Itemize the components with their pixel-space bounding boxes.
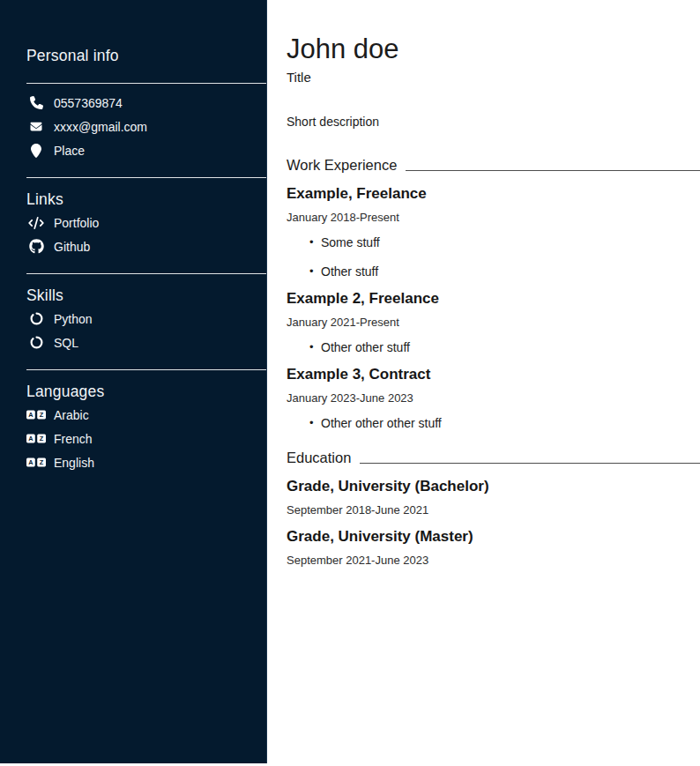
links-heading: Links [26, 190, 266, 209]
svg-text:Z: Z [40, 458, 44, 466]
work-entry: Example, Freelance January 2018-Present … [287, 185, 700, 279]
language-icon: AZ [26, 409, 46, 420]
language-icon: AZ [26, 457, 46, 468]
work-entry-title: Example, Freelance [287, 185, 700, 203]
bullet-item: Other other other stuff [309, 416, 700, 430]
work-experience-heading-label: Work Experience [287, 157, 397, 174]
phone-number: 0557369874 [54, 96, 123, 110]
svg-text:Z: Z [40, 411, 44, 419]
work-experience-heading: Work Experience [287, 157, 700, 174]
education-entry: Grade, University (Bachelor) September 2… [287, 478, 700, 517]
circle-notch-icon [26, 336, 46, 349]
education-entry-title: Grade, University (Bachelor) [287, 478, 700, 495]
link-portfolio[interactable]: Portfolio [26, 211, 266, 234]
github-link-label: Github [54, 240, 90, 254]
skill-row: Python [26, 307, 266, 331]
education-entry-date: September 2021-June 2023 [287, 554, 700, 567]
skills-section: Skills Python SQL [26, 286, 266, 354]
personal-info-heading: Personal info [26, 47, 266, 65]
language-row: AZ Arabic [26, 403, 266, 427]
divider [26, 177, 266, 178]
circle-notch-icon [26, 312, 46, 325]
phone-icon [26, 96, 46, 109]
divider [26, 273, 266, 274]
language-label: English [54, 456, 94, 470]
language-label: French [54, 432, 93, 446]
candidate-name: John doe [287, 33, 700, 65]
work-entry-title: Example 3, Contract [287, 366, 700, 383]
svg-text:A: A [28, 458, 34, 466]
language-label: Arabic [54, 408, 89, 422]
skill-label: SQL [54, 336, 78, 350]
contact-place-row: Place [26, 138, 266, 162]
languages-heading: Languages [26, 383, 266, 401]
svg-text:A: A [28, 411, 34, 419]
bullet-item: Some stuff [309, 235, 700, 249]
link-github[interactable]: Github [26, 234, 266, 258]
links-section: Links Portfolio Github [26, 190, 266, 258]
work-entry-title: Example 2, Freelance [287, 290, 700, 308]
heading-rule [360, 463, 700, 464]
contact-email-row: xxxx@gmail.com [26, 115, 266, 138]
language-row: AZ French [26, 427, 266, 450]
short-description: Short description [287, 115, 700, 130]
heading-rule [406, 170, 700, 171]
envelope-icon [26, 121, 46, 132]
portfolio-link-label: Portfolio [54, 216, 99, 230]
work-entry-date: January 2021-Present [287, 316, 700, 329]
language-row: AZ English [26, 450, 266, 474]
divider [26, 83, 266, 84]
email-address: xxxx@gmail.com [54, 120, 147, 134]
work-entry-date: January 2018-Present [287, 211, 700, 224]
work-entry: Example 2, Freelance January 2021-Presen… [287, 290, 700, 354]
education-entry: Grade, University (Master) September 202… [287, 528, 700, 567]
divider [26, 369, 266, 370]
education-heading-label: Education [287, 450, 351, 466]
work-entry-bullets: Other other stuff [287, 340, 700, 354]
bullet-item: Other stuff [309, 264, 700, 279]
place-label: Place [54, 144, 85, 158]
github-icon [26, 239, 46, 254]
work-entry-date: January 2023-June 2023 [287, 391, 700, 405]
work-entry-bullets: Some stuff Other stuff [287, 235, 700, 279]
education-entry-title: Grade, University (Master) [287, 528, 700, 546]
skill-label: Python [54, 312, 93, 326]
skills-heading: Skills [26, 286, 266, 305]
education-heading: Education [287, 450, 700, 466]
svg-text:A: A [28, 435, 34, 442]
contact-list: 0557369874 xxxx@gmail.com Place [26, 91, 266, 162]
work-entry: Example 3, Contract January 2023-June 20… [287, 366, 700, 430]
work-entry-bullets: Other other other stuff [287, 416, 700, 430]
bullet-item: Other other stuff [309, 340, 700, 354]
language-icon: AZ [26, 433, 46, 444]
location-pin-icon [26, 144, 46, 158]
languages-section: Languages AZ Arabic AZ French AZ [26, 383, 266, 474]
code-icon [26, 217, 46, 229]
svg-text:Z: Z [40, 435, 44, 442]
candidate-title: Title [287, 70, 700, 86]
sidebar: Personal info 0557369874 xxxx@gmail.com … [0, 0, 267, 763]
education-entry-date: September 2018-June 2021 [287, 503, 700, 517]
skill-row: SQL [26, 331, 266, 354]
resume-main-content: John doe Title Short description Work Ex… [287, 0, 700, 567]
contact-phone-row: 0557369874 [26, 91, 266, 115]
